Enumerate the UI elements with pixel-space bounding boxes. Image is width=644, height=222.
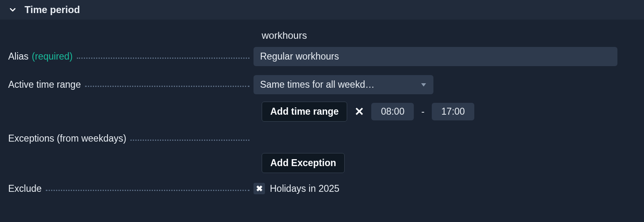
dots-filler	[46, 190, 249, 191]
add-time-range-button[interactable]: Add time range	[262, 102, 347, 122]
timeperiod-name: workhours	[262, 30, 636, 41]
dots-filler	[77, 58, 249, 59]
time-separator: -	[420, 106, 426, 117]
chevron-down-icon[interactable]	[8, 5, 17, 14]
section-header[interactable]: Time period	[0, 0, 644, 20]
row-exceptions: Exceptions (from weekdays)	[8, 133, 636, 144]
section-content: workhours Alias (required) Active time r…	[0, 20, 644, 202]
row-exclude: Exclude ✖ Holidays in 2025	[8, 183, 636, 194]
exceptions-label: Exceptions (from weekdays)	[8, 133, 126, 144]
dots-filler	[130, 140, 249, 141]
add-exception-button[interactable]: Add Exception	[262, 153, 345, 173]
active-range-label: Active time range	[8, 79, 81, 90]
exclude-checkbox-label: Holidays in 2025	[270, 183, 339, 194]
alias-input[interactable]	[254, 47, 617, 66]
time-range-row: Add time range ✕ -	[262, 102, 636, 122]
dropdown-arrow-icon	[420, 82, 427, 87]
active-range-select-value: Same times for all weekd…	[260, 79, 375, 90]
exclude-label: Exclude	[8, 183, 42, 194]
exclude-checkbox-row: ✖ Holidays in 2025	[254, 183, 339, 194]
row-active-range: Active time range Same times for all wee…	[8, 75, 636, 94]
active-range-select[interactable]: Same times for all weekd…	[254, 75, 433, 94]
section-title: Time period	[25, 4, 80, 16]
alias-required: (required)	[32, 51, 73, 62]
exclude-checkbox[interactable]: ✖	[254, 183, 265, 194]
time-from-input[interactable]	[371, 103, 414, 120]
exception-button-row: Add Exception	[262, 153, 636, 173]
row-alias: Alias (required)	[8, 47, 636, 66]
alias-label: Alias	[8, 51, 29, 62]
svg-marker-0	[421, 83, 426, 87]
remove-time-range-icon[interactable]: ✕	[353, 105, 366, 118]
dots-filler	[85, 86, 249, 87]
time-to-input[interactable]	[432, 103, 474, 120]
